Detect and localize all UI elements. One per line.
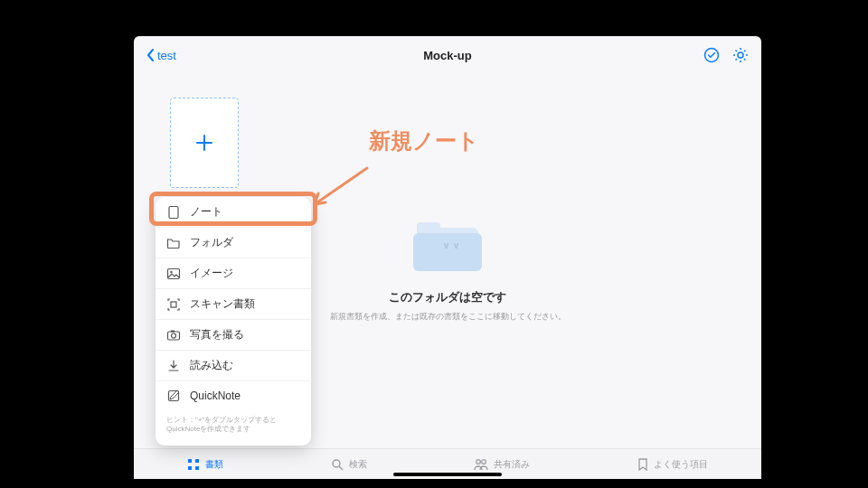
- quicknote-icon: [166, 389, 181, 403]
- tab-documents[interactable]: 書類: [187, 458, 223, 471]
- menu-item-label: スキャン書類: [190, 296, 255, 312]
- svg-line-8: [736, 59, 738, 61]
- svg-line-7: [744, 59, 746, 61]
- tab-shared[interactable]: 共有済み: [474, 458, 530, 471]
- svg-rect-14: [168, 332, 180, 340]
- grid-icon: [187, 458, 200, 471]
- menu-item-import[interactable]: 読み込む: [156, 350, 311, 380]
- folder-icon: [166, 236, 181, 250]
- menu-item-image[interactable]: イメージ: [156, 258, 311, 288]
- svg-line-23: [339, 466, 343, 470]
- app-window: test Mock-up vv このフォルダは空です 新規書類を作成、また: [134, 36, 761, 479]
- svg-rect-16: [171, 330, 175, 332]
- camera-icon: [166, 328, 181, 343]
- new-menu-popover: ノート フォルダ イメージ スキャン書類 写真を撮る: [156, 197, 311, 446]
- menu-item-note[interactable]: ノート: [156, 197, 311, 227]
- svg-rect-20: [188, 466, 192, 470]
- menu-hint: ヒント："+"をダブルタップするとQuickNoteを作成できます: [156, 410, 311, 442]
- svg-rect-19: [195, 459, 199, 463]
- menu-item-quicknote[interactable]: QuickNote: [156, 380, 311, 410]
- tab-search[interactable]: 検索: [331, 458, 367, 471]
- import-icon: [166, 359, 181, 373]
- menu-item-label: 読み込む: [190, 358, 233, 373]
- select-icon[interactable]: [703, 47, 720, 63]
- top-bar: test Mock-up: [134, 36, 761, 74]
- plus-icon: [195, 134, 213, 152]
- svg-point-1: [738, 52, 743, 58]
- tab-label: 検索: [349, 458, 367, 471]
- menu-item-label: イメージ: [190, 266, 233, 281]
- empty-heading: このフォルダは空です: [312, 289, 583, 305]
- svg-point-12: [170, 270, 172, 272]
- menu-item-label: ノート: [190, 204, 222, 220]
- home-indicator: [393, 473, 502, 476]
- gear-icon[interactable]: [732, 47, 749, 63]
- empty-subtext: 新規書類を作成、または既存の書類をここに移動してください。: [312, 311, 583, 323]
- search-icon: [331, 458, 344, 471]
- menu-item-folder[interactable]: フォルダ: [156, 227, 311, 258]
- svg-point-24: [476, 459, 481, 464]
- bookmark-icon: [637, 458, 648, 471]
- svg-rect-13: [171, 302, 176, 307]
- svg-point-25: [482, 459, 486, 464]
- svg-point-15: [172, 333, 176, 338]
- back-button[interactable]: test: [146, 49, 176, 62]
- empty-folder-icon: vv: [411, 219, 484, 273]
- svg-line-9: [744, 51, 746, 52]
- bottom-tab-bar: 書類 検索 共有済み よく使う項目: [134, 448, 761, 479]
- menu-item-label: フォルダ: [190, 235, 233, 250]
- menu-item-label: QuickNote: [190, 389, 241, 402]
- chevron-left-icon: [146, 49, 156, 61]
- back-label: test: [157, 49, 176, 62]
- tab-label: よく使う項目: [654, 458, 708, 471]
- image-icon: [166, 267, 181, 281]
- tab-label: 書類: [205, 458, 223, 471]
- svg-rect-10: [169, 206, 178, 218]
- tab-label: 共有済み: [494, 458, 530, 471]
- people-icon: [474, 458, 488, 471]
- svg-rect-21: [195, 466, 199, 470]
- svg-line-6: [736, 51, 738, 52]
- svg-point-22: [333, 460, 340, 467]
- scan-icon: [166, 297, 181, 312]
- svg-rect-11: [168, 268, 180, 278]
- menu-item-label: 写真を撮る: [190, 327, 244, 343]
- svg-rect-18: [188, 459, 192, 463]
- menu-item-camera[interactable]: 写真を撮る: [156, 319, 311, 350]
- page-title: Mock-up: [134, 49, 761, 62]
- menu-item-scan[interactable]: スキャン書類: [156, 288, 311, 319]
- tab-favorites[interactable]: よく使う項目: [637, 458, 708, 471]
- note-icon: [166, 205, 181, 220]
- new-document-tile[interactable]: [170, 98, 239, 188]
- empty-state: vv このフォルダは空です 新規書類を作成、または既存の書類をここに移動してくだ…: [312, 219, 583, 323]
